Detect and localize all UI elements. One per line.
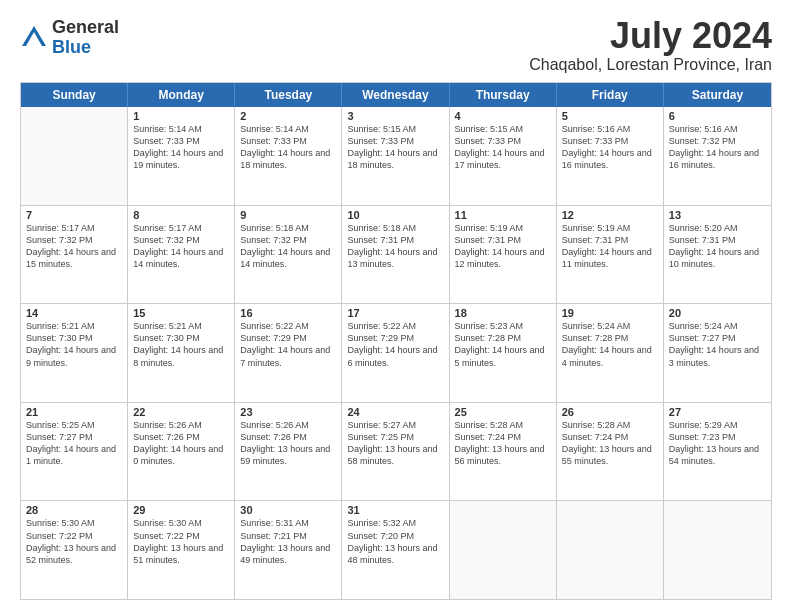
day-header-thursday: Thursday (450, 83, 557, 107)
day-cell: 15Sunrise: 5:21 AM Sunset: 7:30 PM Dayli… (128, 304, 235, 402)
day-cell: 29Sunrise: 5:30 AM Sunset: 7:22 PM Dayli… (128, 501, 235, 599)
day-number: 23 (240, 406, 336, 418)
page: General Blue July 2024 Chaqabol, Loresta… (0, 0, 792, 612)
day-number: 4 (455, 110, 551, 122)
day-number: 8 (133, 209, 229, 221)
week-row-1: 1Sunrise: 5:14 AM Sunset: 7:33 PM Daylig… (21, 107, 771, 205)
day-number: 9 (240, 209, 336, 221)
day-info: Sunrise: 5:27 AM Sunset: 7:25 PM Dayligh… (347, 419, 443, 468)
day-cell: 3Sunrise: 5:15 AM Sunset: 7:33 PM Daylig… (342, 107, 449, 205)
day-info: Sunrise: 5:32 AM Sunset: 7:20 PM Dayligh… (347, 517, 443, 566)
day-info: Sunrise: 5:23 AM Sunset: 7:28 PM Dayligh… (455, 320, 551, 369)
day-cell (450, 501, 557, 599)
day-info: Sunrise: 5:30 AM Sunset: 7:22 PM Dayligh… (133, 517, 229, 566)
day-info: Sunrise: 5:16 AM Sunset: 7:32 PM Dayligh… (669, 123, 766, 172)
day-header-tuesday: Tuesday (235, 83, 342, 107)
day-number: 21 (26, 406, 122, 418)
day-number: 5 (562, 110, 658, 122)
week-row-5: 28Sunrise: 5:30 AM Sunset: 7:22 PM Dayli… (21, 500, 771, 599)
day-info: Sunrise: 5:22 AM Sunset: 7:29 PM Dayligh… (347, 320, 443, 369)
day-number: 25 (455, 406, 551, 418)
day-cell: 17Sunrise: 5:22 AM Sunset: 7:29 PM Dayli… (342, 304, 449, 402)
day-info: Sunrise: 5:19 AM Sunset: 7:31 PM Dayligh… (455, 222, 551, 271)
day-number: 13 (669, 209, 766, 221)
logo-text: General Blue (52, 18, 119, 58)
day-info: Sunrise: 5:17 AM Sunset: 7:32 PM Dayligh… (26, 222, 122, 271)
day-cell: 6Sunrise: 5:16 AM Sunset: 7:32 PM Daylig… (664, 107, 771, 205)
day-cell: 28Sunrise: 5:30 AM Sunset: 7:22 PM Dayli… (21, 501, 128, 599)
day-info: Sunrise: 5:22 AM Sunset: 7:29 PM Dayligh… (240, 320, 336, 369)
logo-general: General (52, 17, 119, 37)
day-info: Sunrise: 5:28 AM Sunset: 7:24 PM Dayligh… (455, 419, 551, 468)
location-title: Chaqabol, Lorestan Province, Iran (529, 56, 772, 74)
day-cell: 10Sunrise: 5:18 AM Sunset: 7:31 PM Dayli… (342, 206, 449, 304)
day-info: Sunrise: 5:17 AM Sunset: 7:32 PM Dayligh… (133, 222, 229, 271)
day-cell: 9Sunrise: 5:18 AM Sunset: 7:32 PM Daylig… (235, 206, 342, 304)
day-cell (21, 107, 128, 205)
week-row-4: 21Sunrise: 5:25 AM Sunset: 7:27 PM Dayli… (21, 402, 771, 501)
day-number: 17 (347, 307, 443, 319)
day-number: 20 (669, 307, 766, 319)
day-cell: 16Sunrise: 5:22 AM Sunset: 7:29 PM Dayli… (235, 304, 342, 402)
day-cell: 11Sunrise: 5:19 AM Sunset: 7:31 PM Dayli… (450, 206, 557, 304)
calendar: SundayMondayTuesdayWednesdayThursdayFrid… (20, 82, 772, 600)
day-header-saturday: Saturday (664, 83, 771, 107)
day-cell: 18Sunrise: 5:23 AM Sunset: 7:28 PM Dayli… (450, 304, 557, 402)
day-cell: 5Sunrise: 5:16 AM Sunset: 7:33 PM Daylig… (557, 107, 664, 205)
logo-icon (20, 24, 48, 52)
week-row-2: 7Sunrise: 5:17 AM Sunset: 7:32 PM Daylig… (21, 205, 771, 304)
day-info: Sunrise: 5:30 AM Sunset: 7:22 PM Dayligh… (26, 517, 122, 566)
day-info: Sunrise: 5:26 AM Sunset: 7:26 PM Dayligh… (240, 419, 336, 468)
day-header-friday: Friday (557, 83, 664, 107)
logo: General Blue (20, 18, 119, 58)
header: General Blue July 2024 Chaqabol, Loresta… (20, 18, 772, 74)
day-number: 6 (669, 110, 766, 122)
day-info: Sunrise: 5:18 AM Sunset: 7:32 PM Dayligh… (240, 222, 336, 271)
day-number: 29 (133, 504, 229, 516)
day-info: Sunrise: 5:31 AM Sunset: 7:21 PM Dayligh… (240, 517, 336, 566)
day-info: Sunrise: 5:20 AM Sunset: 7:31 PM Dayligh… (669, 222, 766, 271)
day-header-wednesday: Wednesday (342, 83, 449, 107)
day-info: Sunrise: 5:25 AM Sunset: 7:27 PM Dayligh… (26, 419, 122, 468)
day-cell: 1Sunrise: 5:14 AM Sunset: 7:33 PM Daylig… (128, 107, 235, 205)
day-header-sunday: Sunday (21, 83, 128, 107)
day-number: 16 (240, 307, 336, 319)
day-info: Sunrise: 5:18 AM Sunset: 7:31 PM Dayligh… (347, 222, 443, 271)
day-info: Sunrise: 5:14 AM Sunset: 7:33 PM Dayligh… (133, 123, 229, 172)
logo-blue: Blue (52, 37, 91, 57)
day-cell: 27Sunrise: 5:29 AM Sunset: 7:23 PM Dayli… (664, 403, 771, 501)
day-info: Sunrise: 5:26 AM Sunset: 7:26 PM Dayligh… (133, 419, 229, 468)
day-info: Sunrise: 5:15 AM Sunset: 7:33 PM Dayligh… (455, 123, 551, 172)
day-info: Sunrise: 5:19 AM Sunset: 7:31 PM Dayligh… (562, 222, 658, 271)
day-cell: 20Sunrise: 5:24 AM Sunset: 7:27 PM Dayli… (664, 304, 771, 402)
month-title: July 2024 (529, 18, 772, 54)
day-cell: 26Sunrise: 5:28 AM Sunset: 7:24 PM Dayli… (557, 403, 664, 501)
day-number: 7 (26, 209, 122, 221)
day-cell: 22Sunrise: 5:26 AM Sunset: 7:26 PM Dayli… (128, 403, 235, 501)
day-info: Sunrise: 5:16 AM Sunset: 7:33 PM Dayligh… (562, 123, 658, 172)
day-cell: 24Sunrise: 5:27 AM Sunset: 7:25 PM Dayli… (342, 403, 449, 501)
day-number: 10 (347, 209, 443, 221)
day-cell: 19Sunrise: 5:24 AM Sunset: 7:28 PM Dayli… (557, 304, 664, 402)
day-number: 26 (562, 406, 658, 418)
day-number: 2 (240, 110, 336, 122)
day-number: 31 (347, 504, 443, 516)
day-number: 22 (133, 406, 229, 418)
day-number: 27 (669, 406, 766, 418)
day-number: 11 (455, 209, 551, 221)
day-cell: 23Sunrise: 5:26 AM Sunset: 7:26 PM Dayli… (235, 403, 342, 501)
day-number: 19 (562, 307, 658, 319)
day-cell: 30Sunrise: 5:31 AM Sunset: 7:21 PM Dayli… (235, 501, 342, 599)
day-info: Sunrise: 5:14 AM Sunset: 7:33 PM Dayligh… (240, 123, 336, 172)
title-block: July 2024 Chaqabol, Lorestan Province, I… (529, 18, 772, 74)
day-cell: 31Sunrise: 5:32 AM Sunset: 7:20 PM Dayli… (342, 501, 449, 599)
day-cell: 25Sunrise: 5:28 AM Sunset: 7:24 PM Dayli… (450, 403, 557, 501)
day-cell: 13Sunrise: 5:20 AM Sunset: 7:31 PM Dayli… (664, 206, 771, 304)
day-cell: 8Sunrise: 5:17 AM Sunset: 7:32 PM Daylig… (128, 206, 235, 304)
day-number: 12 (562, 209, 658, 221)
day-number: 14 (26, 307, 122, 319)
day-cell: 4Sunrise: 5:15 AM Sunset: 7:33 PM Daylig… (450, 107, 557, 205)
day-cell (664, 501, 771, 599)
calendar-body: 1Sunrise: 5:14 AM Sunset: 7:33 PM Daylig… (21, 107, 771, 599)
day-info: Sunrise: 5:15 AM Sunset: 7:33 PM Dayligh… (347, 123, 443, 172)
